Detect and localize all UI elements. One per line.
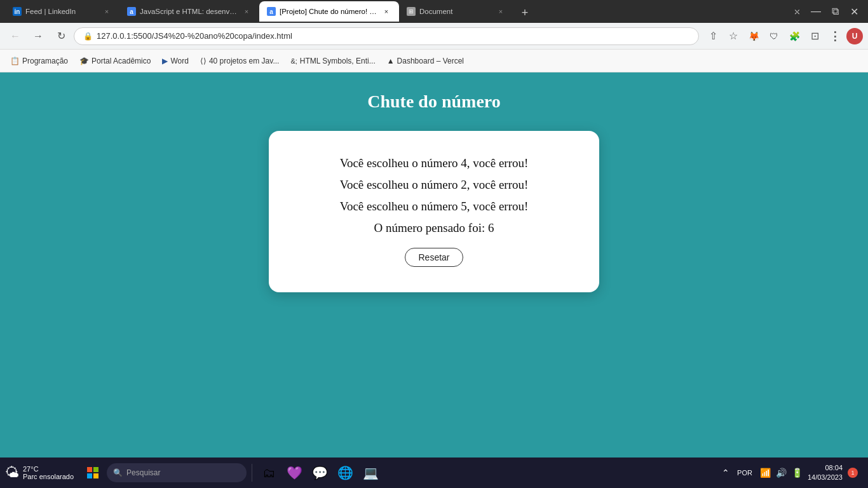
- bookmark-label-dashboard: Dashboard – Vercel: [397, 57, 464, 65]
- search-placeholder: Pesquisar: [126, 468, 160, 477]
- bookmark-icon-portal: 🎓: [79, 57, 89, 65]
- bookmark-icon-40proj: ⟨⟩: [200, 57, 207, 65]
- tab-close-js[interactable]: ×: [241, 6, 252, 17]
- tab-javascript[interactable]: a JavaScript e HTML: desenvolva u ×: [119, 1, 259, 22]
- ext-icon-1[interactable]: 🦊: [745, 27, 763, 45]
- bookmark-word[interactable]: ▶ Chute do número Word: [157, 53, 193, 69]
- close-icon[interactable]: ✕: [845, 3, 863, 20]
- svg-rect-1: [93, 467, 98, 472]
- taskbar-vscode[interactable]: 💻: [359, 461, 382, 484]
- search-icon: 🔍: [113, 468, 123, 477]
- bookmark-html-symbols[interactable]: &; HTML Symbols, Enti...: [285, 53, 380, 69]
- share-icon[interactable]: ⇧: [704, 27, 722, 45]
- ext-icon-3[interactable]: 🧩: [785, 27, 803, 45]
- tab-label-linkedin: Feed | LinkedIn: [25, 8, 98, 15]
- tab-label-doc: Document: [419, 8, 492, 15]
- clock-time: 08:04: [808, 463, 843, 473]
- reset-button[interactable]: Resetar: [405, 248, 463, 267]
- taskbar-separator-1: [252, 464, 252, 482]
- result-final: O número pensado foi: 6: [374, 221, 494, 235]
- sidebar-toggle[interactable]: ⊡: [806, 27, 824, 45]
- bookmark-star-icon[interactable]: ☆: [724, 27, 742, 45]
- profiles-icon: ⤬: [788, 3, 806, 20]
- page-title: Chute do número: [367, 92, 501, 112]
- tray-up-arrow[interactable]: ⌃: [722, 468, 729, 478]
- result-line-2: Você escolheu o número 2, você errou!: [340, 178, 529, 192]
- new-tab-button[interactable]: +: [516, 4, 534, 22]
- profile-avatar[interactable]: U: [846, 28, 863, 44]
- svg-rect-2: [87, 473, 92, 478]
- start-button[interactable]: [81, 461, 104, 484]
- address-input[interactable]: 🔒 127.0.0.1:5500/JS4%20-%20ano%20copa/in…: [74, 27, 699, 45]
- tab-linkedin[interactable]: in Feed | LinkedIn ×: [5, 1, 119, 22]
- svg-rect-0: [87, 467, 92, 472]
- bookmark-dashboard[interactable]: ▲ Dashboard – Vercel: [382, 53, 469, 69]
- bookmark-label-portal: Portal Acadêmico: [92, 57, 151, 65]
- weather-icon: 🌤: [5, 464, 19, 481]
- language-indicator: POR: [735, 468, 755, 478]
- bookmark-portal[interactable]: 🎓 Portal Acadêmico: [74, 53, 156, 69]
- clock-date: 14/03/2023: [808, 473, 843, 482]
- more-options-icon[interactable]: ⋮: [826, 27, 844, 45]
- tab-label-chute: [Projeto] Chute do número! | Jav: [280, 8, 377, 15]
- taskbar-file-explorer[interactable]: 🗂: [257, 461, 280, 484]
- taskbar-search[interactable]: 🔍 Pesquisar: [107, 463, 247, 482]
- address-text: 127.0.0.1:5500/JS4%20-%20ano%20copa/inde…: [97, 31, 292, 41]
- address-icons: ⇧ ☆ 🦊 🛡 🧩 ⊡ ⋮ U: [704, 27, 863, 45]
- weather-widget: 🌤 27°C Parc ensolarado: [5, 464, 74, 481]
- tab-chute[interactable]: a [Projeto] Chute do número! | Jav ×: [259, 1, 399, 22]
- lock-icon: 🔒: [83, 32, 93, 41]
- volume-icon[interactable]: 🔊: [776, 468, 787, 478]
- clock-area: 08:04 14/03/2023: [808, 463, 843, 483]
- tab-favicon-js: a: [127, 7, 136, 16]
- bookmark-label-40proj: 40 projetos em Jav...: [209, 57, 280, 65]
- main-content: Chute do número Você escolheu o número 4…: [0, 72, 868, 458]
- maximize-icon[interactable]: ⧉: [826, 3, 844, 20]
- tab-close-doc[interactable]: ×: [496, 6, 506, 17]
- wifi-icon[interactable]: 📶: [760, 468, 771, 478]
- svg-rect-3: [93, 473, 98, 478]
- address-bar: ← → ↻ 🔒 127.0.0.1:5500/JS4%20-%20ano%20c…: [0, 23, 868, 50]
- tab-close-linkedin[interactable]: ×: [102, 6, 112, 17]
- reload-button[interactable]: ↻: [51, 26, 71, 46]
- bookmark-icon-word: ▶: [162, 57, 168, 65]
- bookmark-40proj[interactable]: ⟨⟩ 40 projetos em Jav...: [195, 53, 285, 69]
- weather-temp: 27°C: [23, 465, 74, 473]
- forward-button[interactable]: →: [28, 26, 48, 46]
- bookmarks-bar: 📋 Programação 🎓 Portal Acadêmico ▶ Chute…: [0, 50, 868, 72]
- system-tray: ⌃ POR 📶 🔊 🔋 08:04 14/03/2023 1: [722, 463, 858, 483]
- result-line-1: Você escolheu o número 4, você errou!: [340, 156, 529, 170]
- taskbar-whatsapp[interactable]: 💬: [308, 461, 331, 484]
- bookmark-label-word-text: Word: [170, 57, 188, 65]
- weather-desc: Parc ensolarado: [23, 473, 74, 480]
- tab-document[interactable]: ⊞ Document ×: [399, 1, 513, 22]
- notification-badge[interactable]: 1: [848, 468, 858, 478]
- back-button[interactable]: ←: [5, 26, 25, 46]
- taskbar-chrome[interactable]: 🌐: [334, 461, 356, 484]
- windows-logo-icon: [87, 467, 98, 478]
- taskbar: 🌤 27°C Parc ensolarado 🔍 Pesquisar: [0, 458, 868, 488]
- bookmark-icon-html: &;: [290, 57, 297, 65]
- minimize-icon[interactable]: —: [807, 3, 825, 20]
- tab-label-js: JavaScript e HTML: desenvolva u: [140, 8, 238, 15]
- game-card: Você escolheu o número 4, você errou! Vo…: [269, 131, 599, 292]
- result-line-3: Você escolheu o número 5, você errou!: [340, 200, 529, 214]
- tab-favicon-chute: a: [267, 7, 276, 16]
- tab-close-chute[interactable]: ×: [381, 6, 391, 17]
- battery-icon[interactable]: 🔋: [792, 468, 803, 478]
- taskbar-teams[interactable]: 💜: [283, 461, 306, 484]
- bookmark-programacao[interactable]: 📋 Programação: [5, 53, 73, 69]
- tab-favicon-linkedin: in: [13, 7, 22, 16]
- bookmark-label-html: HTML Symbols, Enti...: [300, 57, 376, 65]
- bookmark-icon-programacao: 📋: [10, 57, 20, 65]
- bookmark-label-programacao: Programação: [22, 57, 68, 65]
- ext-icon-2[interactable]: 🛡: [765, 27, 783, 45]
- weather-info: 27°C Parc ensolarado: [23, 465, 74, 480]
- bookmark-icon-dashboard: ▲: [387, 57, 395, 65]
- tab-favicon-doc: ⊞: [407, 7, 416, 16]
